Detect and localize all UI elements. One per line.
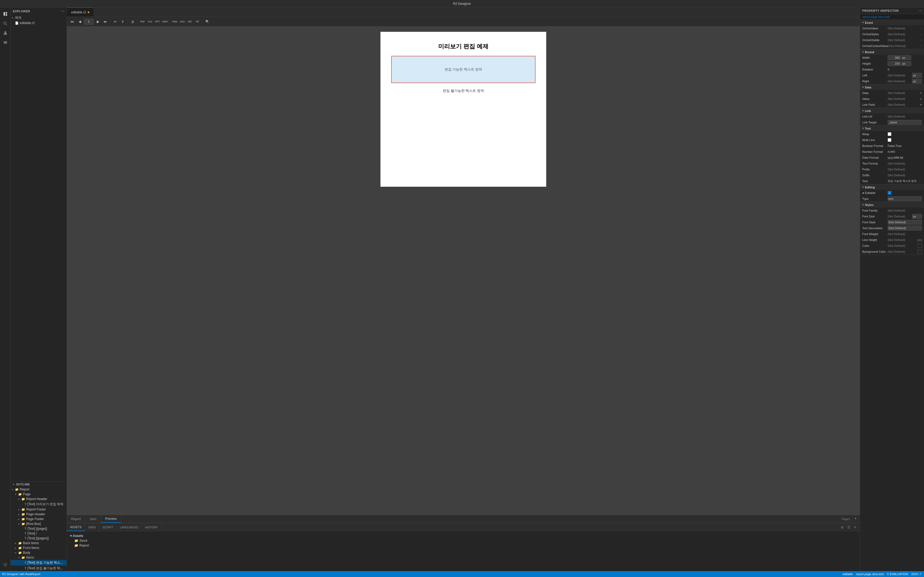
prop-group-data-header[interactable]: ▾ Data xyxy=(860,84,924,90)
activity-user-icon[interactable] xyxy=(1,29,10,37)
prop-height-unit[interactable]: px xyxy=(901,61,911,66)
assets-tab-script[interactable]: SCRIPT xyxy=(99,523,116,531)
add-page-button[interactable]: + xyxy=(852,515,859,522)
tab-json[interactable]: Json xyxy=(85,515,101,523)
prop-group-text-header[interactable]: ▾ Text xyxy=(860,126,924,131)
prop-font-size-unit[interactable]: px xyxy=(912,214,922,219)
prop-text-decoration-select[interactable]: (Not Defined) none underline xyxy=(888,226,922,230)
prop-group-event-header[interactable]: ▾ Event xyxy=(860,20,924,25)
toolbar-last-page-button[interactable]: ⏭ xyxy=(102,18,108,25)
tab-report[interactable]: Report xyxy=(67,515,85,523)
tree-file-item[interactable]: 📄 editable.r2 xyxy=(11,21,66,25)
outline-item[interactable]: ▾📁Body xyxy=(11,550,66,555)
outline-item[interactable]: ▾📁Report Header xyxy=(11,496,66,501)
assets-tab-history[interactable]: HISTORY xyxy=(142,523,162,531)
outline-item[interactable]: T[Text] / xyxy=(11,531,66,536)
toolbar-page-input[interactable]: 1 xyxy=(84,19,94,24)
prop-data-action[interactable]: ▾ xyxy=(920,91,922,95)
toolbar-img-tif-button[interactable]: TIF xyxy=(194,18,200,25)
prop-wrap-checkbox[interactable] xyxy=(888,132,892,136)
tab-editable[interactable]: editable.r2 xyxy=(67,8,94,16)
tree-section-label[interactable]: ▾ 예제 xyxy=(11,15,66,21)
prop-editable-checkbox[interactable]: ✓ xyxy=(888,191,892,195)
prop-group-link-header[interactable]: ▾ Link xyxy=(860,108,924,114)
assets-view-list-button[interactable]: ☰ xyxy=(846,525,851,530)
toolbar-img-png-button[interactable]: PNG xyxy=(172,18,178,25)
toolbar-img-gif-button[interactable]: GIF xyxy=(187,18,193,25)
outline-item[interactable]: T[Text] [{page}] xyxy=(11,526,66,531)
prop-group-styles-header[interactable]: ▾ Styles xyxy=(860,202,924,208)
assets-section-assets[interactable]: ▾ Assets xyxy=(69,533,90,538)
assets-item-stock[interactable]: 📁 Stock xyxy=(69,538,90,543)
activity-search-icon[interactable] xyxy=(1,19,10,28)
prop-multi-line-checkbox[interactable] xyxy=(888,138,892,142)
toolbar-print-button[interactable]: 🖨 xyxy=(129,18,136,25)
toolbar-first-page-button[interactable]: ⏮ xyxy=(69,18,75,25)
prop-link-field-action[interactable]: ▾ xyxy=(920,103,922,106)
assets-close-button[interactable]: ✕ xyxy=(852,525,858,530)
prop-height-input[interactable] xyxy=(888,61,901,66)
outline-item[interactable]: ▸📁Report Footer xyxy=(11,507,66,512)
prop-link-target-select[interactable]: _blank _self xyxy=(888,120,922,125)
toolbar-fit-height-button[interactable]: ⇕ xyxy=(120,18,126,25)
assets-tab-languages[interactable]: LANGUAGES xyxy=(116,523,141,531)
prop-right-unit[interactable]: px xyxy=(912,79,922,84)
prop-width-unit[interactable]: px xyxy=(901,55,911,60)
page-label: Page1 xyxy=(842,515,852,523)
prop-font-style-select[interactable]: (Not Defined) normal italic xyxy=(888,220,922,225)
toolbar-export-xlsx-button[interactable]: XLS xyxy=(147,18,153,25)
toolbar-fit-width-button[interactable]: ⇔ xyxy=(112,18,118,25)
prop-on-get-value-action[interactable]: ··· xyxy=(919,27,922,30)
activity-settings-icon[interactable] xyxy=(1,561,10,569)
prop-group-editing-header[interactable]: ▾ Editing xyxy=(860,184,924,190)
toolbar-img-svg-button[interactable]: SVG xyxy=(179,18,186,25)
outline-item[interactable]: ▾📁Report xyxy=(11,487,66,492)
toolbar-export-pdf-button[interactable]: PDF xyxy=(139,18,146,25)
prop-on-get-styles-action[interactable]: ··· xyxy=(919,32,922,36)
outline-item[interactable]: ▸📁Page Header xyxy=(11,512,66,517)
explorer-more-button[interactable]: ··· xyxy=(61,9,65,13)
prop-on-get-visible-action[interactable]: ··· xyxy=(919,39,922,42)
prop-font-style: Font Style (Not Defined) normal italic xyxy=(860,219,924,225)
toolbar-export-hwp-button[interactable]: HWP xyxy=(162,18,168,25)
toolbar-prev-page-button[interactable]: ◀ xyxy=(76,18,83,25)
outline-header[interactable]: ▾ OUTLINE xyxy=(11,482,66,487)
prop-left-unit[interactable]: px xyxy=(912,73,922,78)
property-inspector-more[interactable]: ··· xyxy=(919,9,922,12)
prop-color-swatch[interactable] xyxy=(918,243,922,248)
outline-item[interactable]: T[Text] 편집 불가능한 텍... xyxy=(11,566,66,571)
outline-item[interactable]: T[Text] 편집 가능한 텍스... xyxy=(11,560,66,566)
prop-group-bound-header[interactable]: ▾ Bound xyxy=(860,49,924,55)
prop-on-get-context-value-action[interactable]: ··· xyxy=(919,44,922,48)
prop-group-link: ▾ Link Link Url (Not Defined) Link Targe… xyxy=(860,108,924,126)
prop-on-get-value: OnGetValue (Not Defined) ··· xyxy=(860,25,924,31)
outline-item[interactable]: ▸📁Back Items xyxy=(11,541,66,545)
outline-item[interactable]: T[Text] [{pages}] xyxy=(11,536,66,541)
outline-item[interactable]: ▾📁Page xyxy=(11,492,66,496)
toolbar-export-pptx-button[interactable]: PPT xyxy=(154,18,161,25)
preview-area[interactable]: 미리보기 편집 예제 편집 가능한 텍스트 영역 편집 불가능한 텍스트 영역 xyxy=(67,26,860,515)
outline-item[interactable]: ▸📁Page Footer xyxy=(11,517,66,521)
assets-tab-data[interactable]: DATA xyxy=(85,523,99,531)
prop-text-action[interactable]: ··· xyxy=(919,179,922,183)
tab-preview[interactable]: Preview xyxy=(101,515,121,523)
outline-item[interactable]: ▾📁Items xyxy=(11,555,66,560)
assets-view-grid-button[interactable]: ⊞ xyxy=(840,525,845,530)
prop-background-color-swatch[interactable] xyxy=(918,250,922,254)
activity-explorer-icon[interactable] xyxy=(1,10,10,18)
outline-item[interactable]: ▸📁Front Items xyxy=(11,545,66,550)
assets-tab-assets[interactable]: ASSETS xyxy=(67,523,85,531)
assets-item-report[interactable]: 📁 Report xyxy=(69,543,90,548)
outline-item[interactable]: ▾📁[Row Box] xyxy=(11,521,66,526)
prop-text-value: Text 편집 가능한 텍스트 영역 ··· xyxy=(860,178,924,184)
outline-item[interactable]: T[Text] 미리보기 편집 예제 xyxy=(11,501,66,507)
prop-type-select[interactable]: text number date xyxy=(888,196,922,201)
text-item-icon: T xyxy=(24,567,26,570)
prop-value-action[interactable]: ▾ xyxy=(920,97,922,101)
editable-text-box[interactable]: 편집 가능한 텍스트 영역 xyxy=(391,56,536,83)
activity-layers-icon[interactable] xyxy=(1,39,10,47)
toolbar-search-button[interactable]: 🔍 xyxy=(204,18,210,25)
prop-width-input[interactable] xyxy=(888,55,901,60)
report-page: 미리보기 편집 예제 편집 가능한 텍스트 영역 편집 불가능한 텍스트 영역 xyxy=(380,32,546,187)
toolbar-next-page-button[interactable]: ▶ xyxy=(95,18,101,25)
